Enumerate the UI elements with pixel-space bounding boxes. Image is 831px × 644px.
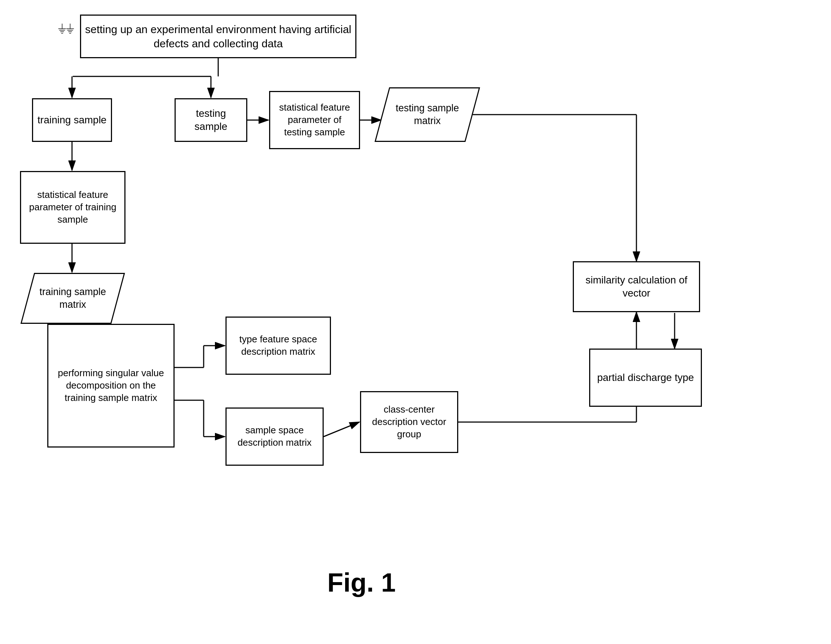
similarity-box: similarity calculation of vector: [573, 261, 700, 312]
svd-box: performing singular value decomposition …: [47, 324, 175, 448]
svg-line-16: [324, 422, 359, 437]
training-sample-box: training sample: [32, 98, 112, 142]
inductor-symbol: ⏚⏚: [58, 21, 74, 34]
partial-discharge-box: partial discharge type: [589, 349, 702, 407]
stat-feature-training-box: statistical feature parameter of trainin…: [20, 171, 126, 244]
type-feature-box: type feature space description matrix: [226, 317, 331, 375]
diagram-container: ⏚⏚ setting up an experimental environmen…: [0, 0, 831, 644]
testing-matrix-parallelogram: testing sample matrix: [382, 87, 473, 142]
training-matrix-parallelogram: training sample matrix: [27, 273, 118, 324]
stat-feature-testing-box: statistical feature parameter of testing…: [269, 91, 360, 149]
class-center-box: class-center description vector group: [360, 391, 458, 453]
testing-sample-box: testing sample: [175, 98, 247, 142]
sample-space-box: sample space description matrix: [226, 408, 324, 466]
figure-label: Fig. 1: [327, 567, 396, 598]
setup-box: setting up an experimental environment h…: [80, 14, 357, 58]
